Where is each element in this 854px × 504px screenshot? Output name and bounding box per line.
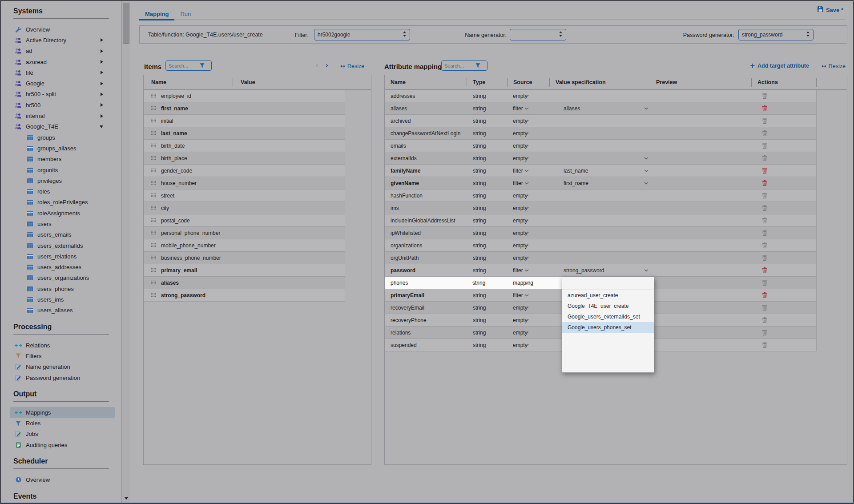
delete-attribute-button[interactable] bbox=[762, 93, 767, 99]
chevron-down-icon[interactable] bbox=[100, 125, 103, 128]
sidebar-item-hr500[interactable]: hr500 bbox=[13, 100, 115, 110]
scrollbar-thumb[interactable] bbox=[123, 3, 129, 44]
chevron-down-icon[interactable] bbox=[524, 344, 529, 347]
chevron-right-icon[interactable] bbox=[101, 82, 103, 85]
page-next-icon[interactable]: › bbox=[325, 61, 328, 69]
chevron-right-icon[interactable] bbox=[101, 114, 103, 118]
chevron-down-icon[interactable] bbox=[524, 169, 529, 172]
dropdown-option-blank[interactable] bbox=[562, 277, 654, 290]
chevron-down-icon[interactable] bbox=[524, 145, 529, 147]
chevron-down-icon[interactable] bbox=[644, 169, 649, 172]
chevron-down-icon[interactable] bbox=[524, 232, 529, 234]
items-resize-button[interactable]: ↔ Resize bbox=[340, 63, 364, 69]
items-row-gender-code[interactable]: gender_code bbox=[144, 165, 345, 177]
delete-attribute-button[interactable] bbox=[762, 105, 767, 111]
sidebar-item-groups-aliases[interactable]: groups_aliases bbox=[25, 143, 115, 153]
chevron-down-icon[interactable] bbox=[644, 269, 649, 272]
chevron-down-icon[interactable] bbox=[524, 244, 529, 247]
items-row-street[interactable]: street bbox=[144, 190, 345, 202]
drag-handle-icon[interactable] bbox=[151, 293, 156, 298]
sidebar-item-users-emails[interactable]: users_emails bbox=[25, 230, 115, 240]
drag-handle-icon[interactable] bbox=[151, 156, 156, 161]
delete-attribute-button[interactable] bbox=[762, 180, 767, 186]
delete-attribute-button[interactable] bbox=[762, 155, 767, 161]
items-row-birth-place[interactable]: birth_place bbox=[144, 152, 345, 165]
items-row-employee-id[interactable]: employee_id bbox=[144, 90, 345, 102]
items-row-aliases[interactable]: aliases bbox=[144, 277, 345, 289]
drag-handle-icon[interactable] bbox=[151, 255, 156, 260]
drag-handle-icon[interactable] bbox=[151, 143, 156, 148]
items-row-strong-password[interactable]: strong_password bbox=[144, 289, 345, 302]
sidebar-item-overview[interactable]: Overview bbox=[13, 24, 115, 35]
drag-handle-icon[interactable] bbox=[151, 118, 156, 123]
sidebar-item-users-phones[interactable]: users_phones bbox=[25, 283, 115, 294]
chevron-down-icon[interactable] bbox=[524, 219, 529, 222]
chevron-down-icon[interactable] bbox=[524, 157, 529, 160]
delete-attribute-button[interactable] bbox=[762, 168, 767, 173]
chevron-down-icon[interactable] bbox=[644, 107, 649, 110]
mapping-row-orgunitpath[interactable]: orgUnitPathstringempty bbox=[385, 252, 816, 264]
sidebar-item-users[interactable]: users bbox=[25, 218, 115, 229]
delete-attribute-button[interactable] bbox=[762, 205, 767, 211]
sidebar-item-file[interactable]: file bbox=[13, 67, 115, 78]
chevron-down-icon[interactable] bbox=[524, 306, 529, 309]
items-row-last-name[interactable]: last_name bbox=[144, 127, 345, 140]
mapping-row-ims[interactable]: imsstringempty bbox=[385, 202, 816, 214]
items-row-city[interactable]: city bbox=[144, 202, 345, 214]
drag-handle-icon[interactable] bbox=[151, 131, 156, 136]
delete-attribute-button[interactable] bbox=[762, 193, 767, 198]
sidebar-item-users-organizations[interactable]: users_organizations bbox=[25, 273, 115, 283]
delete-attribute-button[interactable] bbox=[762, 242, 767, 248]
mapping-row-archived[interactable]: archivedstringempty bbox=[385, 115, 816, 127]
sidebar-item-active-directory[interactable]: Active Directory bbox=[13, 35, 115, 45]
sidebar-item-mappings[interactable]: Mappings bbox=[10, 407, 115, 418]
sidebar-item-members[interactable]: members bbox=[25, 154, 115, 165]
sidebar-item-jobs[interactable]: Jobs bbox=[13, 429, 115, 439]
delete-attribute-button[interactable] bbox=[762, 292, 767, 298]
delete-attribute-button[interactable] bbox=[762, 218, 767, 223]
items-row-primary-email[interactable]: primary_email bbox=[144, 264, 345, 277]
attribute-search-input[interactable] bbox=[444, 63, 475, 69]
delete-attribute-button[interactable] bbox=[762, 255, 767, 261]
items-row-postal-code[interactable]: postal_code bbox=[144, 214, 345, 227]
drag-handle-icon[interactable] bbox=[151, 243, 156, 248]
sidebar-item-auditing-queries[interactable]: Auditing queries bbox=[13, 439, 115, 450]
chevron-down-icon[interactable] bbox=[524, 331, 529, 334]
delete-attribute-button[interactable] bbox=[762, 330, 767, 335]
sidebar-item-filters[interactable]: Filters bbox=[13, 351, 115, 361]
delete-attribute-button[interactable] bbox=[762, 267, 767, 273]
delete-attribute-button[interactable] bbox=[762, 342, 767, 348]
chevron-down-icon[interactable] bbox=[524, 319, 529, 322]
items-row-business-phone-number[interactable]: business_phone_number bbox=[144, 252, 345, 264]
mapping-row-givenname[interactable]: givenNamestringfilterfirst_name bbox=[385, 177, 816, 190]
sidebar-item-users-externalids[interactable]: users_externalIds bbox=[25, 240, 115, 251]
sidebar-item-google-t4e[interactable]: Google_T4E bbox=[13, 121, 115, 132]
sidebar-item-roleassignments[interactable]: roleAssignments bbox=[25, 208, 115, 218]
chevron-down-icon[interactable] bbox=[524, 132, 529, 135]
save-button[interactable]: Save * bbox=[818, 6, 843, 13]
mapping-row-includeinglobaladdresslist[interactable]: includeInGlobalAddressListstringempty bbox=[385, 214, 816, 227]
sidebar-item-internal[interactable]: internal bbox=[13, 110, 115, 121]
sidebar-item-overview[interactable]: Overview bbox=[13, 474, 115, 485]
drag-handle-icon[interactable] bbox=[151, 168, 156, 173]
drag-handle-icon[interactable] bbox=[151, 218, 156, 223]
chevron-down-icon[interactable] bbox=[524, 194, 529, 197]
name-generator-select[interactable] bbox=[510, 29, 566, 40]
mapping-row-emails[interactable]: emailsstringempty bbox=[385, 140, 816, 152]
delete-attribute-button[interactable] bbox=[762, 130, 767, 136]
chevron-right-icon[interactable] bbox=[101, 93, 103, 96]
sidebar-item-users-addresses[interactable]: users_addresses bbox=[25, 262, 115, 273]
chevron-down-icon[interactable] bbox=[524, 207, 529, 210]
filter-select[interactable]: hr5002google bbox=[314, 29, 410, 40]
drag-handle-icon[interactable] bbox=[151, 230, 156, 235]
mapping-row-externalids[interactable]: externalIdsstringempty bbox=[385, 152, 816, 165]
sidebar-item-roles[interactable]: Roles bbox=[13, 418, 115, 429]
sidebar-item-google[interactable]: Google bbox=[13, 78, 115, 89]
mapping-row-password[interactable]: passwordstringfilterstrong_password bbox=[385, 264, 816, 277]
delete-attribute-button[interactable] bbox=[762, 305, 767, 310]
mapping-row-changepasswordatnextlogin[interactable]: changePasswordAtNextLoginstringempty bbox=[385, 127, 816, 140]
chevron-down-icon[interactable] bbox=[524, 182, 529, 185]
sidebar-item-orgunits[interactable]: orgunits bbox=[25, 165, 115, 175]
sidebar-item-ad[interactable]: ad bbox=[13, 46, 115, 56]
page-previous-icon[interactable]: ‹ bbox=[315, 61, 318, 69]
